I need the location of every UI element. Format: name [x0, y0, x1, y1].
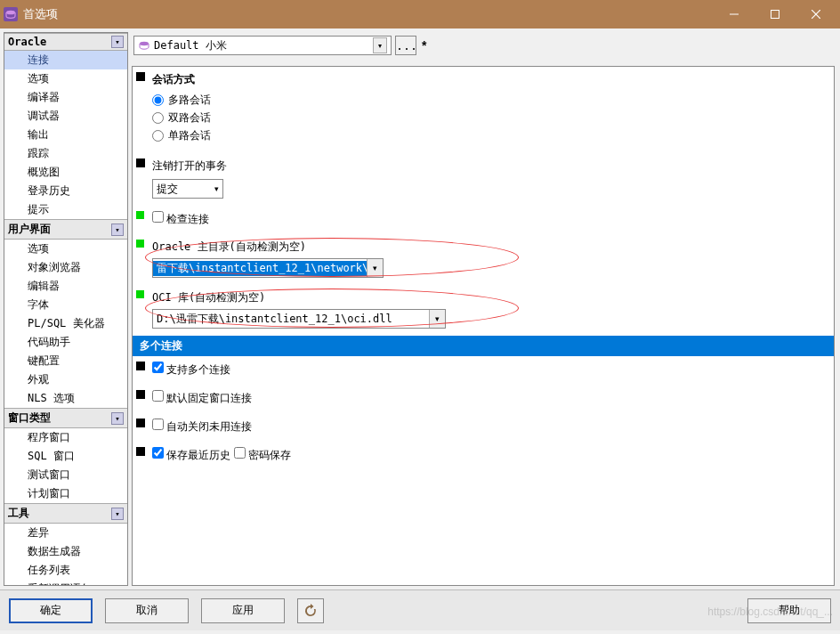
section-marker: [136, 211, 144, 219]
sidebar-item[interactable]: 外观: [4, 370, 127, 389]
section-marker: [136, 158, 145, 167]
auto-close-checkbox[interactable]: 自动关闭未用连接: [152, 420, 252, 433]
reset-button[interactable]: [297, 598, 324, 623]
sidebar-item[interactable]: 任务列表: [4, 561, 127, 580]
chevron-down-icon: ▾: [373, 37, 387, 53]
logoff-trans-select[interactable]: 提交 ▾: [152, 179, 223, 199]
multi-conn-checkbox[interactable]: 支持多个连接: [152, 363, 230, 376]
sidebar-item[interactable]: 连接: [4, 51, 127, 69]
chevron-down-icon: ▾: [429, 310, 445, 328]
cancel-button[interactable]: 取消: [105, 598, 189, 623]
sidebar-item[interactable]: NLS 选项: [4, 389, 127, 408]
session-mode-radio[interactable]: 双路会话: [152, 110, 825, 126]
sidebar-item[interactable]: 概览图: [4, 163, 127, 182]
chevron-down-icon: ▾: [367, 259, 383, 277]
section-marker: [136, 72, 145, 81]
reset-icon: [303, 604, 318, 618]
sidebar-item[interactable]: 键配置: [4, 352, 127, 370]
profile-browse-button[interactable]: ...: [395, 36, 416, 55]
fixed-window-checkbox[interactable]: 默认固定窗口连接: [152, 392, 252, 404]
profile-icon: [138, 39, 150, 52]
chevron-down-icon: ▾: [111, 508, 124, 520]
section-marker: [136, 362, 145, 370]
svg-rect-2: [771, 11, 779, 19]
maximize-button[interactable]: [755, 0, 796, 28]
oracle-home-select[interactable]: 雷下载\instantclient_12_1\network\ADMIN ▾: [152, 258, 384, 278]
sidebar-item[interactable]: 输出: [4, 126, 127, 144]
minimize-button[interactable]: [714, 0, 755, 28]
sidebar-item[interactable]: 登录历史: [4, 182, 127, 200]
oci-lib-label: OCI 库(自动检测为空): [152, 290, 825, 305]
sidebar-item[interactable]: 重新调用语句: [4, 580, 127, 586]
save-password-checkbox[interactable]: 密码保存: [234, 449, 291, 461]
sidebar-item[interactable]: 跟踪: [4, 144, 127, 163]
multi-connection-header: 多个连接: [133, 336, 834, 356]
chevron-down-icon: ▾: [111, 36, 124, 48]
section-marker: [136, 240, 144, 248]
sidebar-item[interactable]: 编辑器: [4, 277, 127, 296]
watermark: https://blog.csdn.net/qq_...: [707, 606, 833, 618]
oci-lib-select[interactable]: D:\迅雷下载\instantclient_12_1\oci.dll ▾: [152, 309, 446, 329]
session-mode-radio[interactable]: 单路会话: [152, 128, 825, 143]
logoff-trans-label: 注销打开的事务: [152, 158, 825, 174]
sidebar-item[interactable]: 提示: [4, 200, 127, 219]
sidebar-group-header[interactable]: 窗口类型▾: [4, 408, 127, 428]
sidebar-item[interactable]: 数据生成器: [4, 542, 127, 561]
oracle-home-label: Oracle 主目录(自动检测为空): [152, 240, 825, 255]
profile-select[interactable]: Default 小米 ▾: [133, 36, 392, 55]
category-tree[interactable]: Oracle▾连接选项编译器调试器输出跟踪概览图登录历史提示用户界面▾选项对象浏…: [4, 32, 128, 586]
section-marker: [136, 390, 145, 399]
sidebar-item[interactable]: 程序窗口: [4, 428, 127, 447]
settings-panel: 会话方式 多路会话 双路会话 单路会话 注销打开的事务 提交 ▾ 检查连接: [132, 66, 835, 586]
sidebar-item[interactable]: 代码助手: [4, 333, 127, 352]
session-mode-title: 会话方式: [152, 72, 825, 87]
svg-point-0: [6, 11, 15, 15]
section-marker: [136, 419, 145, 427]
sidebar-item[interactable]: 对象浏览器: [4, 258, 127, 277]
sidebar-item[interactable]: 选项: [4, 69, 127, 88]
ok-button[interactable]: 确定: [9, 598, 93, 623]
sidebar-item[interactable]: 调试器: [4, 107, 127, 126]
modified-indicator: *: [422, 38, 426, 53]
keep-history-checkbox[interactable]: 保存最近历史: [152, 449, 234, 461]
window-titlebar: 首选项: [0, 0, 840, 28]
apply-button[interactable]: 应用: [201, 598, 285, 623]
sidebar-group-header[interactable]: 用户界面▾: [4, 219, 127, 240]
section-marker: [136, 447, 145, 456]
window-title: 首选项: [23, 6, 714, 22]
sidebar-item[interactable]: 字体: [4, 296, 127, 314]
app-icon: [4, 7, 18, 21]
profile-label: Default 小米: [154, 38, 227, 53]
sidebar-item[interactable]: 计划窗口: [4, 484, 127, 503]
svg-point-5: [140, 42, 149, 45]
session-mode-radio[interactable]: 多路会话: [152, 93, 825, 108]
sidebar-item[interactable]: 差异: [4, 524, 127, 542]
chevron-down-icon: ▾: [206, 184, 219, 193]
sidebar-item[interactable]: 编译器: [4, 88, 127, 107]
sidebar-item[interactable]: 测试窗口: [4, 466, 127, 484]
sidebar-item[interactable]: 选项: [4, 240, 127, 258]
sidebar-group-header[interactable]: 工具▾: [4, 503, 127, 524]
sidebar-item[interactable]: SQL 窗口: [4, 447, 127, 466]
check-connection-checkbox[interactable]: 检查连接: [152, 213, 209, 225]
section-marker: [136, 290, 144, 298]
chevron-down-icon: ▾: [111, 224, 124, 236]
close-button[interactable]: [796, 0, 836, 28]
sidebar-group-header[interactable]: Oracle▾: [4, 33, 127, 51]
chevron-down-icon: ▾: [111, 412, 124, 425]
sidebar-item[interactable]: PL/SQL 美化器: [4, 314, 127, 333]
